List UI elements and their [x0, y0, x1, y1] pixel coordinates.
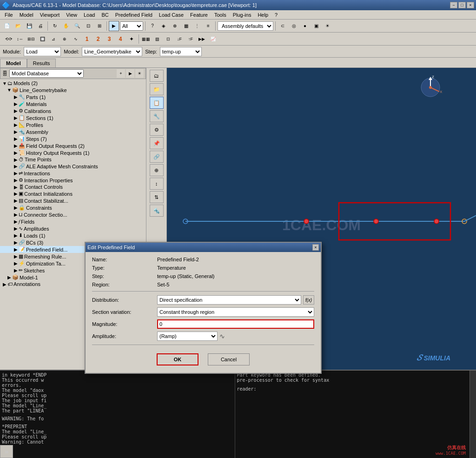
module-dropdown[interactable]: Load — [24, 47, 61, 56]
new-btn[interactable]: 📄 — [2, 21, 12, 31]
expand-steps[interactable]: ▶ — [13, 136, 19, 141]
tool-r4[interactable]: 🔲 — [37, 34, 47, 44]
tree-ale-constraints[interactable]: ▶ 🔗 ALE Adaptive Mesh Constraints — [0, 163, 146, 170]
tool-mesh2[interactable]: ▦▦ — [141, 34, 151, 44]
tree-interactions[interactable]: ▶ ⇌ Interactions — [0, 170, 146, 177]
dialog-section-var-select[interactable]: Constant through region — [157, 307, 314, 317]
sidebar-icon-11[interactable]: 🔩 — [150, 205, 164, 217]
sidebar-icon-6[interactable]: 📌 — [150, 137, 164, 149]
select-mode-dropdown[interactable]: All — [120, 21, 143, 31]
tool-plot[interactable]: 📈 — [208, 34, 218, 44]
sidebar-icon-7[interactable]: 🔗 — [150, 151, 164, 163]
expand-interactions[interactable]: ▶ — [13, 171, 19, 176]
tree-history-output[interactable]: ▶ 📜 History Output Requests (1) — [0, 149, 146, 156]
tool7[interactable]: ≡ — [203, 21, 213, 31]
expand-sections[interactable]: ▶ — [13, 115, 19, 120]
partition-btn[interactable]: ▦ — [181, 21, 191, 31]
tree-assembly[interactable]: ▶ 🔩 Assembly — [0, 128, 146, 135]
render2-btn[interactable]: ▣ — [311, 21, 321, 31]
step-dropdown[interactable]: temp-up — [160, 47, 202, 56]
tool-ref[interactable]: ⊡ — [163, 34, 173, 44]
expand-optimization[interactable]: ▶ — [13, 261, 19, 266]
tree-amplitudes[interactable]: ▶ ∿ Amplitudes — [0, 225, 146, 232]
scroll-arrow-btn[interactable]: » — [0, 445, 13, 458]
menu-load-case[interactable]: Load Case — [156, 11, 186, 19]
set-btn[interactable]: ◈ — [159, 21, 169, 31]
tree-btn1[interactable]: + — [117, 69, 125, 78]
expand-constraints[interactable]: ▶ — [13, 205, 19, 210]
num-3[interactable]: 3 — [104, 34, 114, 44]
dialog-magnitude-input[interactable] — [157, 319, 314, 329]
expand-line-geometry[interactable]: ▼ — [7, 87, 12, 93]
tree-steps[interactable]: ▶ 📊 Steps (7) — [0, 135, 146, 142]
num-2[interactable]: 2 — [93, 34, 103, 44]
minimize-button[interactable]: − — [450, 2, 457, 8]
tree-materials[interactable]: ▶ 🧪 Materials — [0, 100, 146, 107]
tree-time-points[interactable]: ▶ ⏱ Time Points — [0, 156, 146, 163]
bottom-scrollbar[interactable] — [469, 371, 476, 458]
expand-annotations[interactable]: ▶ — [2, 282, 7, 287]
assembly-defaults-dropdown[interactable]: Assembly defaults — [218, 21, 273, 31]
sidebar-icon-9[interactable]: ↕ — [150, 178, 164, 190]
query-btn[interactable]: ? — [147, 21, 158, 31]
close-button[interactable]: × — [467, 2, 474, 8]
tree-profiles[interactable]: ▶ 📐 Profiles — [0, 121, 146, 128]
model-dropdown[interactable]: Line_Geometrybaike — [82, 47, 142, 56]
tool-star[interactable]: ✦ — [126, 34, 137, 44]
tool-load2[interactable]: ↑F — [185, 34, 196, 44]
tool-mesh3[interactable]: ▧ — [152, 34, 162, 44]
expand-models[interactable]: ▼ — [2, 81, 7, 86]
fit-btn[interactable]: ⊡ — [83, 21, 93, 31]
tool-r7[interactable]: ∿ — [71, 34, 81, 44]
menu-question[interactable]: ? — [272, 11, 280, 19]
menu-bc[interactable]: BC — [99, 11, 111, 19]
tree-connector-sect[interactable]: ▶ ⊔ Connector Sectio... — [0, 211, 146, 218]
expand-sketches[interactable]: ▶ — [13, 268, 19, 273]
menu-predefined-field[interactable]: Predefined Field — [112, 11, 155, 19]
print-btn[interactable]: 🖨 — [35, 21, 46, 31]
expand-calibrations[interactable]: ▶ — [13, 108, 19, 113]
dialog-amplitude-select[interactable]: (Ramp) — [157, 332, 218, 341]
tree-fields[interactable]: ▶ 𝑓 Fields — [0, 218, 146, 225]
tool-anim[interactable]: ▶▶ — [197, 34, 207, 44]
pan-btn[interactable]: ✋ — [61, 21, 71, 31]
expand-field-output[interactable]: ▶ — [13, 143, 19, 148]
tool-r6[interactable]: ⊕ — [60, 34, 70, 44]
mesh-btn[interactable]: ⋮ — [192, 21, 202, 31]
sidebar-icon-2[interactable]: 📁 — [150, 83, 164, 95]
tool-r5[interactable]: ⊿ — [48, 34, 59, 44]
tree-contact-controls[interactable]: ▶ 🎛 Contact Controls — [0, 184, 146, 190]
tree-sections[interactable]: ▶ 📋 Sections (1) — [0, 114, 146, 121]
tab-results[interactable]: Results — [27, 59, 56, 67]
expand-time-points[interactable]: ▶ — [13, 157, 19, 162]
expand-history-output[interactable]: ▶ — [13, 150, 19, 155]
tree-contact-stab[interactable]: ▶ ▤ Contact Stabilizat... — [0, 197, 146, 204]
expand-contact-stab[interactable]: ▶ — [13, 198, 19, 203]
expand-materials[interactable]: ▶ — [13, 101, 19, 106]
tool-r3[interactable]: ⊞⊟ — [26, 34, 36, 44]
expand-loads[interactable]: ▶ — [13, 233, 19, 238]
datum-btn[interactable]: ⊕ — [170, 21, 180, 31]
light-btn[interactable]: ☀ — [322, 21, 332, 31]
dialog-ok-button[interactable]: OK — [157, 353, 198, 365]
expand-interaction-props[interactable]: ▶ — [13, 178, 19, 183]
expand-parts[interactable]: ▶ — [13, 94, 19, 100]
zoom-btn[interactable]: 🔍 — [72, 21, 82, 31]
expand-profiles[interactable]: ▶ — [13, 122, 19, 127]
menu-viewport[interactable]: Viewport — [37, 11, 63, 19]
view-cut-btn[interactable]: ⊂ — [278, 21, 288, 31]
dialog-distribution-select[interactable]: Direct specification — [157, 295, 301, 305]
tree-calibrations[interactable]: ▶ ⚙ Calibrations — [0, 107, 146, 114]
menu-tools[interactable]: Tools — [212, 11, 229, 19]
menu-help[interactable]: Help — [255, 11, 271, 19]
expand-contact-controls[interactable]: ▶ — [13, 185, 19, 190]
sidebar-icon-10[interactable]: ⇅ — [150, 191, 164, 203]
tree-field-output[interactable]: ▶ 📤 Field Output Requests (2) — [0, 142, 146, 149]
sidebar-icon-5[interactable]: ⚙ — [150, 124, 164, 136]
tree-models[interactable]: ▼ 🗂 Models (2) — [0, 80, 146, 86]
sidebar-icon-4[interactable]: 🔧 — [150, 110, 164, 122]
tree-loads[interactable]: ▶ ⬇ Loads (1) — [0, 232, 146, 239]
menu-view[interactable]: View — [63, 11, 80, 19]
expand-contact-init[interactable]: ▶ — [13, 191, 19, 196]
expand-model1[interactable]: ▶ — [7, 275, 12, 280]
